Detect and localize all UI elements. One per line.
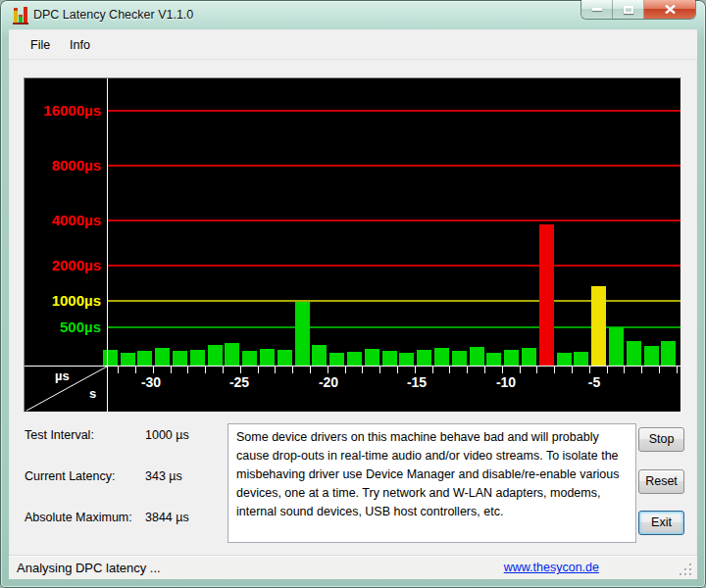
threshold-line-8000 — [107, 165, 681, 167]
latency-bar — [155, 348, 170, 366]
x-axis-tick — [240, 367, 241, 373]
y-axis-label-2000: 2000µs — [25, 257, 101, 273]
latency-bar — [504, 350, 519, 366]
current-latency-value: 343 µs — [145, 469, 182, 483]
latency-bar — [627, 341, 641, 366]
latency-bar — [242, 351, 257, 366]
reset-button[interactable]: Reset — [638, 469, 684, 494]
x-axis-label--5: -5 — [573, 374, 616, 390]
x-axis-baseline — [25, 366, 681, 367]
latency-bar — [121, 353, 135, 366]
x-axis-tick — [345, 367, 346, 373]
latency-bar — [661, 341, 676, 366]
latency-bar — [208, 345, 223, 366]
latency-bar — [609, 327, 624, 366]
test-interval-value: 1000 µs — [145, 428, 189, 442]
latency-bar — [644, 346, 659, 366]
menu-info[interactable]: Info — [64, 36, 96, 54]
x-axis-tick — [536, 367, 537, 373]
latency-bar — [173, 351, 187, 366]
resize-grip[interactable] — [679, 563, 691, 575]
x-axis-tick — [171, 367, 172, 373]
test-interval-label: Test Interval: — [25, 428, 94, 442]
stop-button[interactable]: Stop — [638, 427, 684, 452]
x-axis-tick — [415, 367, 416, 373]
y-axis-label-16000: 16000µs — [25, 102, 101, 119]
close-button[interactable] — [644, 0, 695, 19]
latency-bar — [557, 353, 572, 366]
absolute-maximum-value: 3844 µs — [145, 511, 189, 524]
window-title: DPC Latency Checker V1.1.0 — [33, 8, 193, 22]
latency-bar — [382, 351, 397, 366]
x-axis-tick — [187, 367, 188, 373]
diagnosis-message-box[interactable]: Some device drivers on this machine beha… — [227, 423, 636, 543]
x-axis-tick — [589, 367, 590, 373]
x-axis-tick — [554, 367, 555, 373]
threshold-line-4000 — [107, 220, 681, 221]
latency-bar — [486, 353, 501, 366]
latency-bar — [295, 302, 310, 366]
x-axis-tick — [379, 367, 380, 373]
x-axis-tick — [520, 367, 521, 373]
x-axis-tick — [153, 367, 154, 373]
latency-bar — [312, 345, 327, 366]
x-axis-tick — [135, 367, 136, 373]
y-axis-label-500: 500µs — [25, 318, 101, 335]
x-axis-label--25: -25 — [218, 374, 261, 390]
latency-bar — [260, 349, 275, 366]
x-axis-tick — [223, 367, 224, 373]
y-unit-label: µs — [55, 368, 70, 383]
x-axis-tick — [362, 367, 363, 373]
maximize-icon — [624, 6, 633, 14]
x-axis-tick — [641, 367, 642, 373]
x-axis-tick — [118, 367, 119, 373]
latency-bar — [365, 349, 379, 366]
x-axis-tick — [432, 367, 433, 373]
menu-file[interactable]: File — [25, 36, 56, 54]
y-axis-line — [107, 78, 108, 412]
menu-bar: File Info — [9, 30, 697, 60]
threshold-line-2000 — [107, 265, 681, 267]
latency-bar — [417, 350, 431, 366]
latency-bar — [137, 351, 152, 366]
app-icon — [13, 6, 30, 29]
current-latency-label: Current Latency: — [25, 469, 115, 483]
title-bar[interactable]: DPC Latency Checker V1.1.0 — [0, 0, 706, 29]
x-axis-label--10: -10 — [484, 374, 528, 390]
latency-bar — [522, 348, 536, 366]
latency-bar — [103, 350, 118, 366]
minimize-button[interactable] — [581, 0, 613, 19]
latency-bar — [434, 348, 449, 366]
x-axis-tick — [258, 367, 259, 373]
latency-bar — [225, 343, 239, 366]
minimize-icon — [592, 8, 602, 11]
latency-bar — [574, 352, 588, 366]
x-axis-tick — [328, 367, 328, 373]
latency-bar — [591, 286, 606, 366]
latency-bar — [470, 347, 484, 366]
x-axis-label--30: -30 — [129, 374, 173, 390]
caption-buttons — [581, 0, 695, 19]
x-axis-tick — [310, 367, 311, 373]
x-axis-tick — [397, 367, 398, 373]
x-axis-label--15: -15 — [395, 374, 438, 390]
y-axis-label-1000: 1000µs — [25, 292, 101, 309]
x-axis-tick — [677, 367, 678, 373]
chart-frame: µs s 16000µs8000µs4000µs2000µs1000µs500µ… — [24, 77, 681, 413]
x-axis-tick — [624, 367, 625, 373]
y-axis-label-4000: 4000µs — [25, 212, 101, 228]
x-axis-tick — [502, 367, 503, 373]
x-axis-tick — [205, 367, 206, 373]
latency-bar — [329, 353, 344, 366]
x-axis-tick — [275, 367, 276, 373]
app-window: DPC Latency Checker V1.1.0 File Info µs … — [0, 0, 706, 588]
close-icon — [665, 5, 676, 14]
status-bar: Analysing DPC latency ... www.thesycon.d… — [9, 555, 697, 579]
exit-button[interactable]: Exit — [638, 511, 684, 535]
x-axis-label--20: -20 — [307, 374, 350, 390]
maximize-button[interactable] — [613, 0, 644, 19]
chart-canvas: µs s 16000µs8000µs4000µs2000µs1000µs500µ… — [25, 78, 681, 412]
y-axis-label-8000: 8000µs — [25, 157, 101, 173]
thesycon-link[interactable]: www.thesycon.de — [504, 561, 599, 574]
latency-bar — [277, 350, 292, 366]
